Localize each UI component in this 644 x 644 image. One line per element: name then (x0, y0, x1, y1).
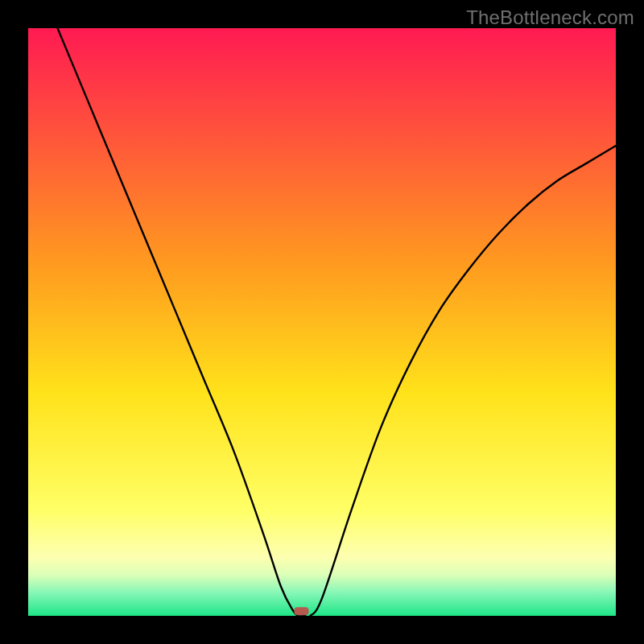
chart-frame: TheBottleneck.com (0, 0, 644, 644)
gradient-background (28, 28, 616, 616)
chart-svg (28, 28, 616, 616)
plot-area (28, 28, 616, 616)
optimal-marker (294, 607, 308, 615)
attribution-label: TheBottleneck.com (466, 6, 634, 29)
